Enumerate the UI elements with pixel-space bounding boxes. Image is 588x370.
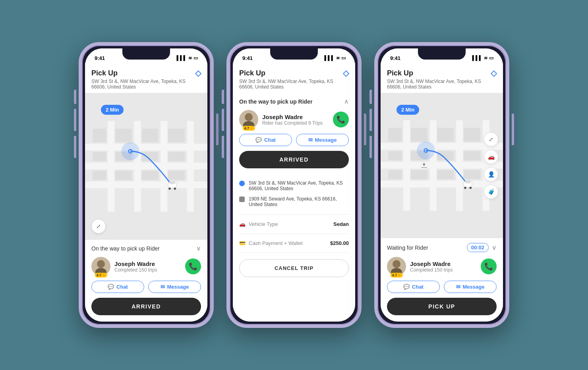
- section-header-3: Waiting for Rider 00:02 ∨: [387, 243, 497, 252]
- vol-down-btn-1[interactable]: [74, 136, 76, 158]
- pickup-btn-3[interactable]: PICK UP: [387, 298, 497, 315]
- rider-row-1: 4.7 ★ Joseph Wadre Completed 150 trips 📞: [91, 257, 201, 276]
- share-btn-1[interactable]: ⤢: [91, 219, 106, 233]
- vol-mute-btn-3[interactable]: [369, 90, 372, 104]
- timer-badge-3: 00:02: [467, 243, 489, 252]
- svg-rect-15: [168, 152, 185, 161]
- notch-1: [122, 48, 170, 60]
- signal-icon-3: ▌▌▌: [472, 55, 482, 61]
- vol-up-btn-1[interactable]: [74, 109, 76, 131]
- share-icon-3[interactable]: ⤢: [484, 132, 498, 146]
- chat-btn-2[interactable]: 💬 Chat: [239, 134, 292, 146]
- rider-row-2: 4.7 ★ Joseph Wadre Rider has Completed 9…: [239, 110, 349, 129]
- call-btn-1[interactable]: 📞: [185, 258, 201, 274]
- nav-icon-1[interactable]: ◇: [195, 68, 201, 78]
- header-title-2: Pick Up: [239, 69, 265, 77]
- phone-2-inner: 9:41 ▌▌▌ ≋ ▭ Pick Up ◇ SW 3rd St &, NW M…: [233, 48, 355, 322]
- power-btn-3[interactable]: [512, 114, 514, 145]
- svg-point-57: [469, 187, 472, 189]
- action-buttons-1: 💬 Chat ✉ Message: [91, 281, 201, 293]
- app-header-2: Pick Up ◇ SW 3rd St &, NW MacVicar Ave, …: [233, 64, 355, 93]
- power-btn-2[interactable]: [364, 114, 366, 145]
- nav-icon-3[interactable]: ◇: [491, 68, 497, 78]
- chevron-down-icon-3[interactable]: ∨: [492, 244, 497, 251]
- chat-btn-3[interactable]: 💬 Chat: [387, 281, 440, 293]
- header-title-row-3: Pick Up ◇: [387, 68, 497, 78]
- luggage-icon-3[interactable]: 🧳: [484, 185, 498, 199]
- header-title-3: Pick Up: [387, 69, 413, 77]
- avatar-2: 4.7 ★: [239, 110, 258, 129]
- vol-up-btn-3[interactable]: [369, 109, 372, 131]
- rider-trips-2: Rider has Completed 9 Trips: [262, 120, 329, 126]
- svg-point-60: [393, 260, 400, 268]
- expanded-panel-2: On the way to pick up Rider ∧: [233, 93, 355, 322]
- header-address-2: SW 3rd St &, NW MacVicar Ave, Topeka, KS…: [239, 79, 349, 90]
- section-title-1: On the way to pick up Rider: [91, 245, 160, 252]
- phone-3: 9:41 ▌▌▌ ≋ ▭ Pick Up ◇ SW 3rd St &, NW M…: [374, 42, 509, 328]
- svg-rect-6: [161, 121, 167, 212]
- svg-rect-46: [464, 151, 480, 160]
- header-title-row-2: Pick Up ◇: [239, 68, 349, 78]
- chevron-up-icon-2[interactable]: ∧: [344, 98, 349, 105]
- map-area-1: 2 Min ⤢: [85, 93, 207, 240]
- wifi-icon-1: ≋: [188, 56, 192, 61]
- header-address-1: SW 3rd St &, NW MacVicar Ave, Topeka, KS…: [91, 79, 201, 90]
- battery-icon-1: ▭: [193, 55, 198, 61]
- chevron-down-icon-1[interactable]: ∨: [196, 245, 201, 252]
- message-btn-1[interactable]: ✉ Message: [148, 281, 201, 293]
- status-icons-2: ▌▌▌ ≋ ▭: [324, 55, 346, 61]
- payment-label: 💳 Cash Payment + Wallet: [239, 240, 303, 246]
- rider-info-2: Joseph Wadre Rider has Completed 9 Trips: [262, 114, 329, 126]
- phone-2: 9:41 ▌▌▌ ≋ ▭ Pick Up ◇ SW 3rd St &, NW M…: [226, 42, 362, 328]
- svg-point-59: [423, 163, 425, 166]
- svg-rect-8: [93, 129, 106, 142]
- call-btn-2[interactable]: 📞: [333, 112, 349, 127]
- vol-down-btn-3[interactable]: [369, 136, 372, 158]
- rider-name-2: Joseph Wadre: [262, 114, 329, 120]
- svg-rect-17: [115, 171, 132, 180]
- cancel-btn-2[interactable]: CANCEL TRIP: [239, 259, 349, 277]
- power-btn-1[interactable]: [216, 114, 219, 145]
- chat-btn-1[interactable]: 💬 Chat: [91, 281, 144, 293]
- svg-rect-16: [93, 171, 106, 180]
- phone-1-frame: 9:41 ▌▌▌ ≋ ▭ Pick Up ◇ SW 3rd St &, NW M…: [79, 42, 214, 328]
- svg-point-25: [168, 187, 171, 190]
- action-buttons-2: 💬 Chat ✉ Message: [239, 134, 349, 146]
- app-header-3: Pick Up ◇ SW 3rd St &, NW MacVicar Ave, …: [381, 64, 503, 93]
- wallet-icon-2: 💳: [239, 240, 246, 246]
- payment-value: $250.00: [330, 240, 349, 246]
- svg-point-29: [245, 113, 253, 121]
- arrived-btn-1[interactable]: ARRIVED: [91, 298, 201, 315]
- vol-up-btn-2[interactable]: [222, 109, 224, 131]
- map-badge-3: 2 Min: [397, 105, 419, 115]
- nav-icon-2[interactable]: ◇: [343, 68, 349, 78]
- time-3: 9:41: [390, 55, 400, 61]
- rating-badge-1: 4.7 ★: [95, 273, 107, 278]
- rating-badge-2: 4.7 ★: [243, 126, 255, 131]
- avatar-1: 4.7 ★: [91, 257, 110, 276]
- rider-trips-1: Completed 150 trips: [114, 267, 181, 273]
- header-title-1: Pick Up: [91, 69, 118, 77]
- vol-mute-btn-2[interactable]: [222, 90, 224, 104]
- svg-rect-48: [411, 170, 427, 179]
- action-buttons-3: 💬 Chat ✉ Message: [387, 281, 497, 293]
- svg-rect-55: [465, 180, 470, 183]
- vol-down-btn-2[interactable]: [222, 136, 224, 158]
- bottom-panel-1: On the way to pick up Rider ∨: [85, 240, 207, 322]
- rider-info-1: Joseph Wadre Completed 150 trips: [114, 260, 181, 273]
- svg-point-56: [464, 187, 466, 189]
- call-btn-3[interactable]: 📞: [481, 258, 497, 274]
- message-btn-3[interactable]: ✉ Message: [444, 281, 497, 293]
- vol-mute-btn-1[interactable]: [74, 90, 76, 104]
- message-icon-1: ✉: [161, 284, 165, 290]
- message-btn-2[interactable]: ✉ Message: [296, 134, 349, 146]
- svg-rect-36: [430, 120, 437, 211]
- person-icon-3[interactable]: 👤: [484, 167, 498, 181]
- signal-icon-1: ▌▌▌: [176, 55, 187, 61]
- car-info-icon-3[interactable]: 🚗: [484, 150, 498, 164]
- divider-3: [239, 252, 349, 253]
- svg-rect-10: [142, 129, 159, 142]
- rider-trips-3: Completed 150 trips: [410, 267, 477, 273]
- arrived-btn-2[interactable]: ARRIVED: [239, 151, 349, 168]
- battery-icon-3: ▭: [489, 55, 493, 61]
